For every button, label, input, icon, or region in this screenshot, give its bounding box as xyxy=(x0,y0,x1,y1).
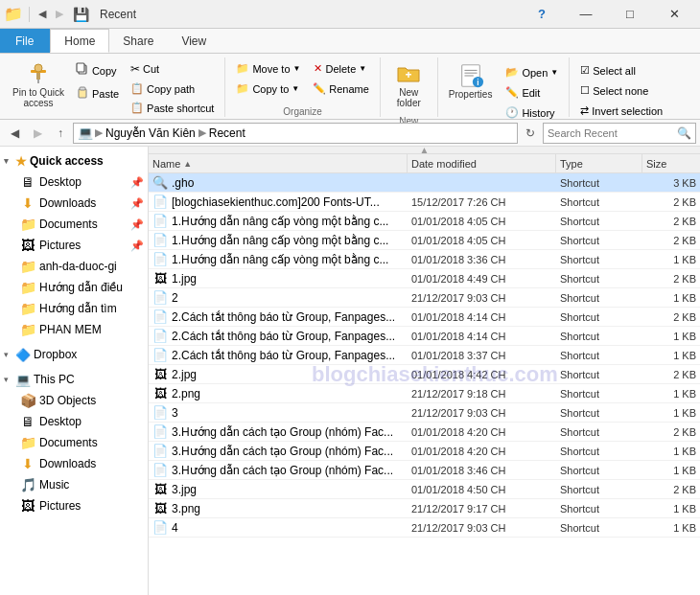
table-row[interactable]: 📄 1.Hướng dẫn nâng cấp vòng một bằng c..… xyxy=(149,212,700,231)
copy-label: Copy xyxy=(92,65,117,77)
nav-item-downloads-pc[interactable]: ⬇ Downloads xyxy=(0,453,148,474)
nav-item-desktop-pc[interactable]: 🖥 Desktop xyxy=(0,411,148,432)
table-row[interactable]: 🖼 1.jpg 01/01/2018 4:49 CH Shortcut 2 KB xyxy=(149,269,700,288)
address-breadcrumb[interactable]: 💻 ▶ Nguyễn Văn Kiên ▶ Recent xyxy=(73,123,518,144)
nav-up-button[interactable]: ↑ xyxy=(50,123,71,144)
col-size[interactable]: Size xyxy=(642,154,700,172)
edit-label: Edit xyxy=(522,87,540,99)
copy-to-button[interactable]: 📁 Copy to ▼ xyxy=(231,80,304,98)
history-label: History xyxy=(522,107,554,119)
table-row[interactable]: 🖼 2.jpg 01/01/2018 4:42 CH Shortcut 2 KB xyxy=(149,365,700,384)
nav-item-huong-dan[interactable]: 📁 Hướng dẫn điều xyxy=(0,277,148,298)
nav-item-documents-qa[interactable]: 📁 Documents 📌 xyxy=(0,214,148,235)
nav-back-button[interactable]: ◀ xyxy=(4,123,25,144)
copy-path-button[interactable]: 📋 Copy path xyxy=(126,80,219,98)
desktop-qa-icon: 🖥 xyxy=(19,173,36,191)
quick-access-header[interactable]: ▾ ★ Quick access xyxy=(0,150,148,172)
nav-item-3d[interactable]: 📦 3D Objects xyxy=(0,390,148,411)
select-group: ☑ Select all ☐ Select none ⇄ Invert sele… xyxy=(570,57,675,117)
tab-share[interactable]: Share xyxy=(109,29,168,53)
table-row[interactable]: 📄 1.Hướng dẫn nâng cấp vòng một bằng c..… xyxy=(149,250,700,269)
rename-label: Rename xyxy=(329,83,369,95)
documents-qa-pin: 📌 xyxy=(130,218,144,231)
move-to-button[interactable]: 📁 Move to ▼ xyxy=(231,59,305,78)
breadcrumb-pc-icon: 💻 xyxy=(78,126,93,140)
file-type-cell: Shortcut xyxy=(556,522,642,534)
help-button[interactable]: ? xyxy=(520,0,564,29)
table-row[interactable]: 📄 3.Hướng dẫn cách tạo Group (nhóm) Fac.… xyxy=(149,461,700,480)
table-row[interactable]: 📄 1.Hướng dẫn nâng cấp vòng một bằng c..… xyxy=(149,231,700,250)
tab-home[interactable]: Home xyxy=(50,29,109,53)
history-button[interactable]: 🕐 History xyxy=(501,103,563,122)
pin-to-quick-access-button[interactable]: Pin to Quick access xyxy=(8,57,69,111)
table-row[interactable]: 🖼 3.jpg 01/01/2018 4:50 CH Shortcut 2 KB xyxy=(149,480,700,499)
dropbox-header[interactable]: ▾ 🔷 Dropbox xyxy=(0,344,148,365)
select-none-button[interactable]: ☐ Select none xyxy=(575,81,653,100)
col-date[interactable]: Date modified xyxy=(408,154,556,172)
collapse-handle[interactable]: ▲ xyxy=(149,147,700,154)
tab-file[interactable]: File xyxy=(0,29,50,53)
maximize-button[interactable]: □ xyxy=(608,0,652,29)
table-row[interactable]: 🖼 2.png 21/12/2017 9:18 CH Shortcut 1 KB xyxy=(149,384,700,403)
nav-item-music-pc[interactable]: 🎵 Music xyxy=(0,474,148,495)
cut-button[interactable]: ✂ Cut xyxy=(126,59,219,79)
file-name-label: 2 xyxy=(172,291,178,305)
tab-view[interactable]: View xyxy=(168,29,221,53)
file-name-label: 1.jpg xyxy=(172,272,197,286)
paste-shortcut-button[interactable]: 📋 Paste shortcut xyxy=(126,99,219,117)
expand-this-pc: ▾ xyxy=(4,375,13,384)
file-size-cell: 2 KB xyxy=(642,426,700,438)
nav-item-huong-dan2[interactable]: 📁 Hướng dẫn tìm xyxy=(0,298,148,319)
file-size-cell: 1 KB xyxy=(642,254,700,265)
file-type-icon: 📄 xyxy=(152,233,168,248)
file-type-cell: Shortcut xyxy=(556,369,642,380)
quick-nav-forward[interactable]: ▶ xyxy=(53,7,66,21)
table-row[interactable]: 📄 3.Hướng dẫn cách tạo Group (nhóm) Fac.… xyxy=(149,442,700,461)
organize-label: Organize xyxy=(231,103,373,117)
table-row[interactable]: 📄 4 21/12/2017 9:03 CH Shortcut 1 KB xyxy=(149,518,700,538)
invert-selection-button[interactable]: ⇄ Invert selection xyxy=(575,102,667,120)
table-row[interactable]: 🔍 .gho Shortcut 3 KB xyxy=(149,173,700,193)
col-name[interactable]: Name ▲ xyxy=(149,154,408,172)
table-row[interactable]: 📄 2.Cách tắt thông báo từ Group, Fanpage… xyxy=(149,346,700,365)
nav-item-pictures-qa[interactable]: 🖼 Pictures 📌 xyxy=(0,235,148,256)
quick-nav-back[interactable]: ◀ xyxy=(35,7,49,21)
refresh-button[interactable]: ↻ xyxy=(520,123,541,144)
table-row[interactable]: 📄 2.Cách tắt thông báo từ Group, Fanpage… xyxy=(149,308,700,327)
rename-button[interactable]: ✏️ Rename xyxy=(308,80,374,98)
nav-item-desktop-qa[interactable]: 🖥 Desktop 📌 xyxy=(0,172,148,193)
edit-button[interactable]: ✏️ Edit xyxy=(501,83,563,102)
file-size-cell: 3 KB xyxy=(642,177,700,189)
table-row[interactable]: 📄 2 21/12/2017 9:03 CH Shortcut 1 KB xyxy=(149,288,700,308)
file-name-label: [blogchiasekienthuc.com]200 Fonts-UT... xyxy=(172,195,380,209)
select-all-button[interactable]: ☑ Select all xyxy=(575,61,641,80)
table-row[interactable]: 🖼 3.png 21/12/2017 9:17 CH Shortcut 1 KB xyxy=(149,499,700,518)
new-folder-button[interactable]: New folder xyxy=(390,57,427,111)
search-input[interactable] xyxy=(548,127,677,139)
quick-save[interactable]: 💾 xyxy=(70,6,92,23)
nav-forward-button[interactable]: ▶ xyxy=(27,123,48,144)
col-type[interactable]: Type xyxy=(556,154,642,172)
paste-button[interactable]: Paste xyxy=(71,82,124,104)
nav-item-phan-mem[interactable]: 📁 PHAN MEM xyxy=(0,319,148,340)
file-list-area: blogchiasekienthuc.com ▲ Name ▲ Date mod… xyxy=(149,147,700,595)
3d-icon: 📦 xyxy=(19,392,36,409)
nav-item-anh[interactable]: 📁 anh-da-duoc-gi xyxy=(0,256,148,277)
nav-item-documents-pc[interactable]: 📁 Documents xyxy=(0,432,148,453)
nav-item-downloads-qa[interactable]: ⬇ Downloads 📌 xyxy=(0,193,148,214)
table-row[interactable]: 📄 3.Hướng dẫn cách tạo Group (nhóm) Fac.… xyxy=(149,423,700,442)
this-pc-header[interactable]: ▾ 💻 This PC xyxy=(0,369,148,390)
table-row[interactable]: 📄 2.Cách tắt thông báo từ Group, Fanpage… xyxy=(149,327,700,346)
file-type-icon: 🖼 xyxy=(152,367,168,382)
open-button[interactable]: 📂 Open ▼ xyxy=(501,63,563,81)
delete-button[interactable]: ✕ Delete ▼ xyxy=(309,59,371,78)
properties-button[interactable]: i Properties xyxy=(444,59,498,103)
minimize-button[interactable]: — xyxy=(564,0,608,29)
file-type-icon: 📄 xyxy=(152,444,168,459)
table-row[interactable]: 📄 3 21/12/2017 9:03 CH Shortcut 1 KB xyxy=(149,403,700,423)
nav-item-pictures-pc[interactable]: 🖼 Pictures xyxy=(0,495,148,516)
file-size-cell: 1 KB xyxy=(642,292,700,304)
table-row[interactable]: 📄 [blogchiasekienthuc.com]200 Fonts-UT..… xyxy=(149,193,700,212)
close-button[interactable]: ✕ xyxy=(652,0,696,29)
copy-button[interactable]: Copy xyxy=(71,59,124,81)
